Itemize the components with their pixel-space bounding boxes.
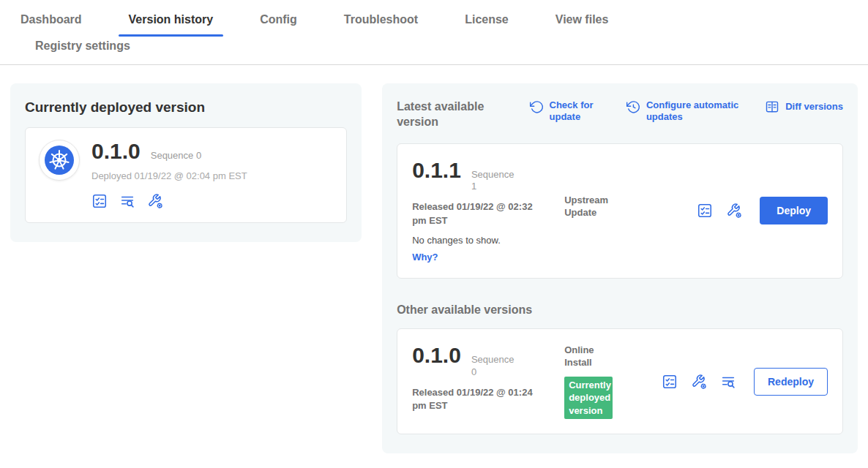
release-notes-icon[interactable] bbox=[119, 193, 135, 209]
deployed-panel: Currently deployed version 0.1.0 Sequenc… bbox=[10, 83, 362, 242]
nav-row-1: Dashboard Version history Config Trouble… bbox=[0, 0, 868, 37]
edit-config-icon[interactable] bbox=[726, 203, 742, 219]
other-card-info: 0.1.0 Sequence 0 Released 01/19/22 @ 01:… bbox=[412, 344, 564, 420]
preflight-checks-icon[interactable] bbox=[662, 374, 678, 390]
latest-version-number: 0.1.1 bbox=[412, 159, 461, 182]
redeploy-button[interactable]: Redeploy bbox=[754, 368, 828, 396]
preflight-checks-icon[interactable] bbox=[697, 203, 713, 219]
other-version-card: 0.1.0 Sequence 0 Released 01/19/22 @ 01:… bbox=[397, 328, 843, 435]
diff-icon bbox=[765, 99, 779, 114]
refresh-icon bbox=[529, 99, 544, 114]
deployed-actions bbox=[91, 193, 247, 209]
latest-released-timestamp: Released 01/19/22 @ 02:32 pm EST bbox=[412, 200, 542, 227]
preflight-checks-icon[interactable] bbox=[91, 193, 108, 209]
currently-deployed-badge: Currently deployed version bbox=[564, 377, 613, 420]
deployed-sequence: Sequence 0 bbox=[151, 150, 201, 161]
check-for-update-link[interactable]: Check for update bbox=[529, 99, 604, 124]
other-card-actions: Redeploy bbox=[662, 344, 828, 420]
deployed-version-number: 0.1.0 bbox=[91, 140, 141, 163]
deploy-button[interactable]: Deploy bbox=[760, 197, 828, 224]
check-for-update-label: Check for update bbox=[550, 99, 604, 124]
auto-update-icon bbox=[626, 99, 640, 114]
latest-card-source: Upstream Update bbox=[564, 159, 661, 263]
configure-automatic-updates-link[interactable]: Configure automatic updates bbox=[626, 99, 743, 124]
latest-card-info: 0.1.1 Sequence 1 Released 01/19/22 @ 02:… bbox=[412, 159, 564, 263]
latest-source-label: Upstream Update bbox=[564, 194, 617, 219]
tab-config[interactable]: Config bbox=[260, 13, 297, 26]
kubernetes-icon bbox=[39, 140, 80, 181]
deployed-panel-title: Currently deployed version bbox=[25, 99, 347, 116]
tab-view-files[interactable]: View files bbox=[555, 13, 609, 26]
other-card-source: Online Install Currently deployed versio… bbox=[564, 344, 661, 420]
top-nav: Dashboard Version history Config Trouble… bbox=[0, 0, 868, 65]
latest-available-title: Latest available version bbox=[397, 99, 506, 130]
diff-versions-link[interactable]: Diff versions bbox=[765, 99, 843, 114]
tab-license[interactable]: License bbox=[465, 13, 509, 26]
other-version-number: 0.1.0 bbox=[412, 344, 461, 367]
other-released-timestamp: Released 01/19/22 @ 01:24 pm EST bbox=[412, 386, 542, 412]
deployed-timestamp: Deployed 01/19/22 @ 02:04 pm EST bbox=[91, 170, 247, 181]
tab-version-history[interactable]: Version history bbox=[129, 13, 214, 26]
nav-row-2: Registry settings bbox=[0, 37, 868, 64]
content: Currently deployed version 0.1.0 Sequenc… bbox=[0, 65, 868, 468]
release-notes-icon[interactable] bbox=[720, 374, 736, 390]
why-link[interactable]: Why? bbox=[412, 252, 438, 263]
versions-panel: Latest available version Check for updat… bbox=[382, 83, 858, 453]
configure-automatic-updates-label: Configure automatic updates bbox=[646, 99, 743, 124]
deployed-version-card: 0.1.0 Sequence 0 Deployed 01/19/22 @ 02:… bbox=[25, 127, 347, 223]
versions-panel-header: Latest available version Check for updat… bbox=[397, 99, 843, 130]
diff-versions-label: Diff versions bbox=[785, 101, 843, 113]
tab-dashboard[interactable]: Dashboard bbox=[20, 13, 82, 26]
no-changes-text: No changes to show. bbox=[412, 235, 564, 246]
latest-card-actions: Deploy bbox=[697, 159, 828, 263]
deployed-card-body: 0.1.0 Sequence 0 Deployed 01/19/22 @ 02:… bbox=[91, 140, 247, 209]
edit-config-icon[interactable] bbox=[691, 374, 707, 390]
other-source-label: Online Install bbox=[564, 344, 617, 369]
other-versions-title: Other available versions bbox=[397, 303, 843, 317]
tab-registry-settings[interactable]: Registry settings bbox=[35, 39, 130, 53]
edit-config-icon[interactable] bbox=[147, 193, 163, 209]
tab-troubleshoot[interactable]: Troubleshoot bbox=[344, 13, 418, 26]
other-sequence: Sequence 0 bbox=[471, 354, 518, 379]
latest-version-card: 0.1.1 Sequence 1 Released 01/19/22 @ 02:… bbox=[397, 143, 843, 279]
latest-sequence: Sequence 1 bbox=[471, 169, 518, 194]
